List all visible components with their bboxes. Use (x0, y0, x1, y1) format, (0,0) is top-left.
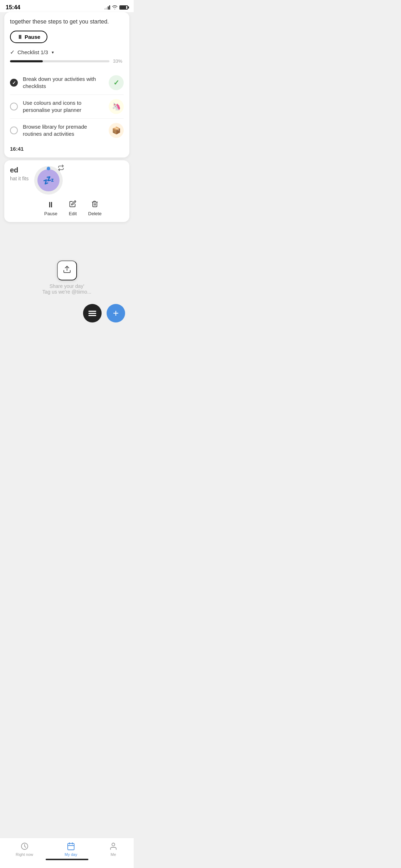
pause-action-icon: ⏸ (47, 200, 55, 210)
item-text-1: Break down your activities with checklis… (23, 76, 104, 90)
checkmark-icon: ✓ (113, 78, 119, 87)
sleep-card-inner: ed hat it fits 💤 (10, 166, 124, 195)
progress-bar (10, 60, 109, 62)
delete-action-label: Delete (88, 211, 102, 216)
pause-action-button[interactable]: ⏸ Pause (44, 200, 57, 216)
progress-fill (10, 60, 43, 62)
add-fab-button[interactable]: + (107, 304, 125, 322)
share-section: Share your day' Tag us we're @tiimo... (0, 253, 134, 298)
sleep-card: ed hat it fits 💤 ⏸ Pause (4, 160, 129, 222)
pause-icon: ⏸ (17, 34, 22, 40)
delete-action-icon (91, 200, 98, 210)
share-upload-button[interactable] (57, 260, 77, 280)
edit-action-button[interactable]: Edit (69, 200, 77, 216)
unicorn-icon: 🦄 (112, 102, 121, 111)
battery-icon (119, 5, 128, 10)
progress-percent: 33% (113, 58, 124, 64)
item-text-2: Use colours and icons to personalise you… (23, 99, 104, 114)
activity-card: together these steps to get you started.… (4, 12, 129, 157)
stack-icon (88, 311, 96, 316)
sleep-subtitle: hat it fits (10, 176, 29, 181)
tag-text: Tag us we're @tiimo... (42, 289, 91, 295)
sleep-text: ed hat it fits (10, 166, 29, 181)
status-icons (104, 5, 128, 10)
item-icon-3: 📦 (109, 123, 124, 138)
wifi-icon (112, 5, 118, 10)
checklist-item[interactable]: Break down your activities with checklis… (10, 71, 124, 94)
edit-action-label: Edit (69, 211, 77, 216)
chevron-down-icon[interactable]: ▾ (52, 50, 54, 55)
sleep-inner-circle: 💤 (37, 169, 60, 191)
pause-button[interactable]: ⏸ Pause (10, 31, 47, 43)
checklist-label: Checklist 1/3 (17, 49, 48, 55)
delete-action-button[interactable]: Delete (88, 200, 102, 216)
fab-area: + (0, 301, 134, 322)
repeat-icon (58, 165, 64, 173)
sleep-title: ed (10, 166, 29, 174)
zzz-icon: 💤 (43, 175, 54, 186)
sleep-icon-wrap: 💤 (34, 166, 63, 195)
item-radio-checked[interactable] (10, 79, 18, 87)
upload-icon (63, 265, 71, 276)
item-icon-2: 🦄 (109, 99, 124, 114)
box-icon: 📦 (112, 126, 121, 135)
add-icon: + (113, 308, 119, 318)
checklist-header: ✓ Checklist 1/3 ▾ (10, 49, 124, 56)
intro-text: together these steps to get you started. (10, 18, 124, 26)
share-text: Share your day' (50, 283, 84, 289)
action-buttons: ⏸ Pause Edit Delete (10, 200, 124, 216)
checklist-item[interactable]: Use colours and icons to personalise you… (10, 94, 124, 118)
signal-icon (104, 5, 110, 10)
status-time: 15:44 (6, 4, 20, 11)
stack-fab-button[interactable] (83, 304, 102, 322)
checklist-item[interactable]: Browse library for premade routines and … (10, 118, 124, 142)
checklist-items: Break down your activities with checklis… (10, 71, 124, 142)
pause-action-label: Pause (44, 211, 57, 216)
edit-action-icon (69, 200, 76, 210)
check-icon: ✓ (10, 49, 15, 56)
status-bar: 15:44 (0, 0, 134, 12)
item-radio-unchecked[interactable] (10, 103, 18, 110)
progress-row: 33% (10, 58, 124, 64)
item-radio-unchecked-2[interactable] (10, 126, 18, 134)
item-text-3: Browse library for premade routines and … (23, 123, 104, 138)
empty-space (0, 225, 134, 253)
item-icon-1: ✓ (109, 75, 124, 90)
sleep-dot (47, 167, 50, 170)
pause-button-label: Pause (25, 34, 40, 40)
card-end-time: 16:41 (10, 146, 124, 152)
